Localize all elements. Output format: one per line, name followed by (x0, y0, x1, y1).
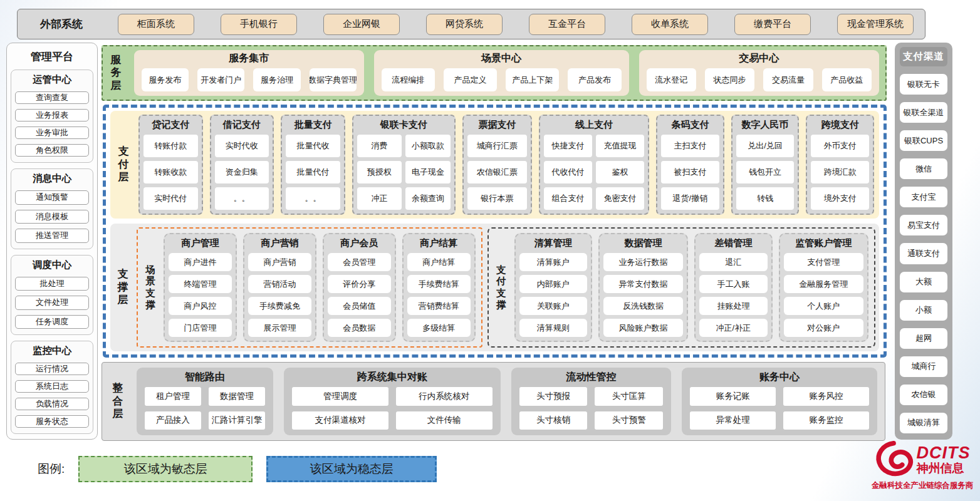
feature-button[interactable]: 营销费结算 (407, 297, 471, 315)
feature-button[interactable]: 实时代收 (215, 135, 269, 157)
feature-button[interactable]: 冲正/补正 (699, 319, 767, 337)
feature-button[interactable]: 终端管理 (169, 275, 232, 293)
feature-button[interactable]: 代收代付 (544, 161, 592, 183)
channel-button[interactable]: 超网 (900, 328, 947, 349)
feature-button[interactable]: 银行本票 (467, 187, 527, 210)
feature-button[interactable]: 反洗钱数据 (603, 297, 684, 315)
external-system-button[interactable]: 现金管理系统 (837, 14, 914, 35)
feature-button[interactable]: 挂账处理 (699, 297, 767, 315)
feature-button[interactable]: 免密支付 (596, 187, 644, 210)
feature-button[interactable]: 头寸预报 (519, 387, 588, 406)
feature-button[interactable]: 产品定义 (444, 68, 497, 91)
channel-button[interactable]: 易宝支付 (900, 215, 947, 235)
feature-button[interactable]: 兑出/兑回 (736, 135, 795, 157)
feature-button[interactable]: 主扫支付 (661, 135, 719, 157)
feature-button[interactable]: 对公账户 (784, 319, 864, 337)
feature-button[interactable]: 头寸预警 (595, 411, 663, 430)
feature-button[interactable]: 账务记账 (690, 387, 776, 406)
menu-button[interactable]: 业务报表 (15, 109, 89, 121)
feature-button[interactable]: 电子现金 (405, 161, 450, 183)
external-system-button[interactable]: 手机银行 (221, 14, 297, 35)
feature-button[interactable]: 行内系统核对 (396, 387, 493, 406)
feature-button[interactable]: 商户风控 (169, 297, 232, 315)
feature-button[interactable]: 异常支付数据 (603, 275, 684, 293)
channel-button[interactable]: 支付宝 (900, 187, 947, 207)
feature-button[interactable]: 商户结算 (407, 253, 471, 271)
feature-button[interactable]: 内部账户 (519, 275, 587, 293)
feature-button[interactable]: 转钱 (736, 187, 795, 210)
feature-button[interactable]: 头寸核销 (519, 411, 588, 430)
feature-button[interactable]: 预授权 (357, 161, 402, 183)
external-system-button[interactable]: 柜面系统 (118, 14, 194, 35)
feature-button[interactable]: 。。 (286, 187, 340, 210)
feature-button[interactable]: 账务监控 (783, 411, 869, 430)
feature-button[interactable]: 会员储值 (328, 297, 391, 315)
feature-button[interactable]: 实时代付 (143, 187, 198, 210)
feature-button[interactable]: 支付渠道核对 (292, 411, 388, 430)
feature-button[interactable]: 文件传输 (396, 411, 493, 430)
feature-button[interactable]: 快捷支付 (544, 135, 592, 157)
feature-button[interactable]: 手续费减免 (248, 297, 311, 315)
feature-button[interactable]: 清算规则 (519, 319, 587, 337)
feature-button[interactable]: 商户营销 (248, 253, 311, 271)
feature-button[interactable]: 产品发布 (568, 68, 621, 91)
feature-button[interactable]: 评价分享 (328, 275, 391, 293)
feature-button[interactable]: 退货/撤销 (661, 187, 719, 210)
menu-button[interactable]: 负载情况 (15, 398, 89, 410)
external-system-button[interactable]: 网贷系统 (426, 14, 503, 35)
feature-button[interactable]: 鉴权 (596, 161, 644, 183)
channel-button[interactable]: 微信 (900, 158, 947, 179)
feature-button[interactable]: 冲正 (357, 187, 402, 210)
feature-button[interactable]: 消费 (357, 135, 402, 157)
feature-button[interactable]: 。。 (215, 187, 269, 210)
feature-button[interactable]: 异常处理 (690, 411, 776, 430)
channel-button[interactable]: 银联无卡 (900, 74, 947, 95)
menu-button[interactable]: 任务调度 (15, 315, 89, 329)
feature-button[interactable]: 资金归集 (215, 161, 269, 183)
menu-button[interactable]: 运行情况 (15, 363, 89, 375)
feature-button[interactable]: 转账付款 (143, 135, 198, 157)
feature-button[interactable]: 产品上下架 (506, 68, 559, 91)
feature-button[interactable]: 商户进件 (169, 253, 232, 271)
feature-button[interactable]: 跨境汇款 (811, 161, 869, 183)
feature-button[interactable]: 管理调度 (292, 387, 388, 406)
feature-button[interactable]: 流水登记 (647, 68, 696, 91)
feature-button[interactable]: 业务运行数据 (603, 253, 684, 271)
feature-button[interactable]: 状态同步 (705, 68, 754, 91)
feature-button[interactable]: 组合支付 (544, 187, 592, 210)
menu-button[interactable]: 通知预警 (15, 190, 89, 205)
feature-button[interactable]: 批量代付 (286, 161, 340, 183)
feature-button[interactable]: 充值提现 (596, 135, 644, 157)
feature-button[interactable]: 小额取款 (405, 135, 450, 157)
feature-button[interactable]: 产品收益 (822, 68, 872, 91)
menu-button[interactable]: 文件处理 (15, 296, 89, 310)
feature-button[interactable]: 关联账户 (519, 297, 587, 315)
channel-button[interactable]: 大额 (900, 272, 947, 292)
feature-button[interactable]: 头寸匡算 (595, 387, 663, 406)
feature-button[interactable]: 会员管理 (328, 253, 391, 271)
feature-button[interactable]: 退汇 (699, 253, 767, 271)
feature-button[interactable]: 服务治理 (253, 68, 300, 91)
feature-button[interactable]: 农信银汇票 (467, 161, 527, 183)
feature-button[interactable]: 手工入账 (699, 275, 767, 293)
feature-button[interactable]: 交易流量 (763, 68, 813, 91)
feature-button[interactable]: 手续费结算 (407, 275, 471, 293)
feature-button[interactable]: 清算账户 (519, 253, 587, 271)
feature-button[interactable]: 服务发布 (142, 68, 189, 91)
feature-button[interactable]: 产品接入 (145, 411, 201, 430)
channel-button[interactable]: 城银清算 (900, 413, 947, 433)
feature-button[interactable]: 外币支付 (811, 135, 869, 157)
channel-button[interactable]: 银联全渠道 (900, 102, 947, 123)
menu-button[interactable]: 消息模板 (15, 210, 89, 224)
menu-button[interactable]: 业务审批 (15, 127, 89, 139)
menu-button[interactable]: 系统日志 (15, 380, 89, 393)
feature-button[interactable]: 开发者门户 (197, 68, 244, 91)
feature-button[interactable]: 支付管理 (784, 253, 864, 271)
external-system-button[interactable]: 互金平台 (529, 14, 605, 35)
feature-button[interactable]: 多级结算 (407, 319, 471, 337)
channel-button[interactable]: 银联CUPS (900, 130, 947, 151)
menu-button[interactable]: 查询查复 (15, 91, 89, 104)
feature-button[interactable]: 流程编排 (382, 68, 435, 91)
feature-button[interactable]: 租户管理 (145, 387, 201, 406)
menu-button[interactable]: 批处理 (15, 277, 89, 291)
